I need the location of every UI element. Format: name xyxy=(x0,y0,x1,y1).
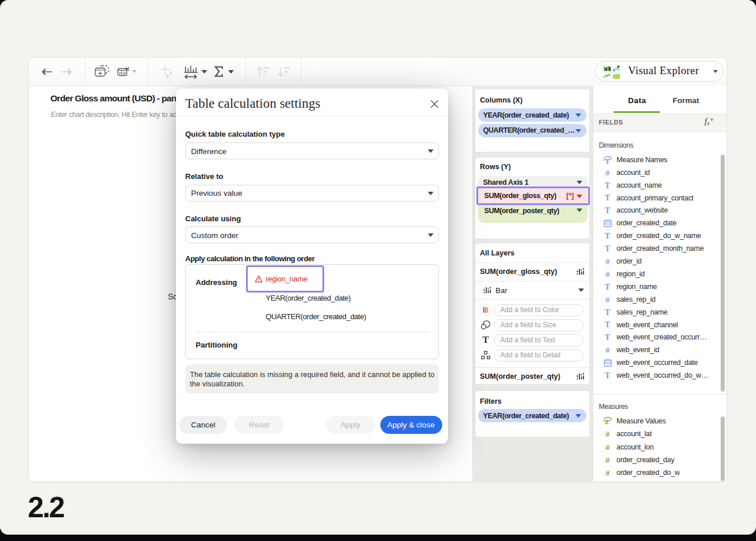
svg-text:#: # xyxy=(605,419,609,426)
svg-text:T: T xyxy=(605,156,610,165)
